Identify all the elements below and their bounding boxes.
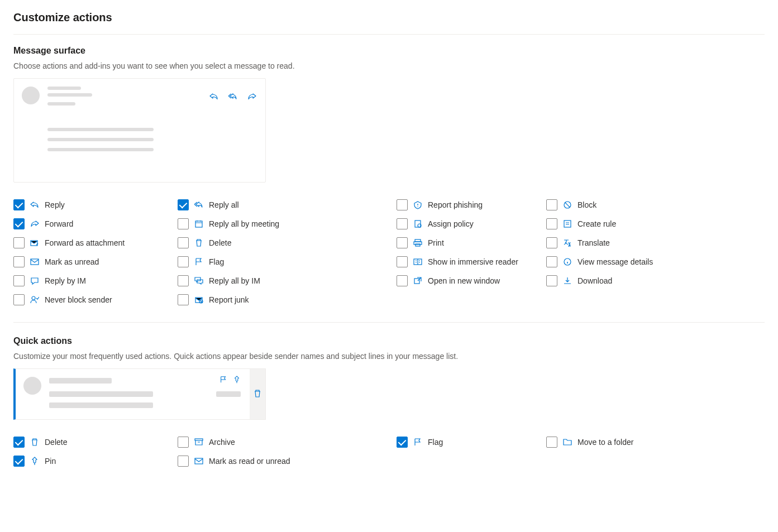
option-label: Block <box>577 200 596 209</box>
checkbox-never-block[interactable] <box>13 294 25 305</box>
placeholder-line <box>47 93 92 97</box>
checkbox-qa-move[interactable] <box>546 437 557 448</box>
placeholder-time <box>216 391 241 397</box>
checkbox-report-phishing[interactable] <box>397 199 408 210</box>
option-report-phishing[interactable]: Report phishing <box>397 199 546 210</box>
option-never-block[interactable]: Never block sender <box>13 294 178 305</box>
option-mark-unread[interactable]: Mark as unread <box>13 256 178 267</box>
option-qa-archive[interactable]: Archive <box>178 437 397 448</box>
checkbox-create-rule[interactable] <box>546 218 557 229</box>
option-label: Translate <box>577 238 610 247</box>
checkbox-open-window[interactable] <box>397 275 408 286</box>
checkbox-assign-policy[interactable] <box>397 218 408 229</box>
checkbox-view-details[interactable] <box>546 256 557 267</box>
delete-hover-strip <box>250 369 265 419</box>
reply-all-icon <box>194 200 203 209</box>
option-label: Delete <box>209 238 231 247</box>
attach-mail-icon <box>30 238 39 247</box>
option-label: Report phishing <box>428 200 483 209</box>
checkbox-translate[interactable] <box>546 237 557 248</box>
placeholder-line <box>49 378 112 384</box>
option-qa-read[interactable]: Mark as read or unread <box>178 456 397 467</box>
option-qa-pin[interactable]: Pin <box>13 456 178 467</box>
option-label: Pin <box>45 457 56 466</box>
option-translate[interactable]: Translate <box>546 237 765 248</box>
option-label: Never block sender <box>45 295 112 304</box>
checkbox-delete[interactable] <box>178 237 189 248</box>
option-label: Reply all by meeting <box>209 219 279 228</box>
option-label: Report junk <box>209 295 249 304</box>
option-label: Reply <box>45 200 65 209</box>
checkbox-forward-attachment[interactable] <box>13 237 25 248</box>
option-block[interactable]: Block <box>546 199 765 210</box>
option-reply-all-meeting[interactable]: Reply all by meeting <box>178 218 397 229</box>
pin-icon <box>233 376 241 385</box>
checkbox-reply-all-meeting[interactable] <box>178 218 189 229</box>
allow-icon <box>30 295 39 304</box>
reply-icon <box>30 200 39 209</box>
option-label: Mark as unread <box>45 257 99 266</box>
forward-icon <box>30 219 39 228</box>
pin-icon <box>30 457 39 466</box>
trash-icon <box>194 238 203 247</box>
checkbox-qa-read[interactable] <box>178 456 189 467</box>
option-reply-all-im[interactable]: Reply all by IM <box>178 275 397 286</box>
checkbox-mark-unread[interactable] <box>13 256 25 267</box>
option-flag[interactable]: Flag <box>178 256 397 267</box>
checkbox-print[interactable] <box>397 237 408 248</box>
im-all-icon <box>194 276 203 285</box>
section-desc-message-surface: Choose actions and add-ins you want to s… <box>13 61 765 70</box>
checkbox-reply-all[interactable] <box>178 199 189 210</box>
mail-icon <box>194 457 203 466</box>
option-immersive[interactable]: Show in immersive reader <box>397 256 546 267</box>
option-qa-delete[interactable]: Delete <box>13 437 178 448</box>
reader-icon <box>413 257 422 266</box>
option-label: Create rule <box>577 219 616 228</box>
calendar-icon <box>194 219 203 228</box>
checkbox-download[interactable] <box>546 275 557 286</box>
option-print[interactable]: Print <box>397 237 546 248</box>
option-reply-all[interactable]: Reply all <box>178 199 397 210</box>
option-label: Open in new window <box>428 276 500 285</box>
option-forward-attachment[interactable]: Forward as attachment <box>13 237 178 248</box>
checkbox-reply[interactable] <box>13 199 25 210</box>
divider <box>13 34 765 35</box>
placeholder-line <box>47 102 75 106</box>
checkbox-qa-archive[interactable] <box>178 437 189 448</box>
option-report-junk[interactable]: Report junk <box>178 294 397 305</box>
checkbox-block[interactable] <box>546 199 557 210</box>
trash-icon <box>30 438 39 447</box>
checkbox-qa-flag[interactable] <box>397 437 408 448</box>
option-assign-policy[interactable]: Assign policy <box>397 218 546 229</box>
option-label: View message details <box>577 257 653 266</box>
junk-icon <box>194 295 203 304</box>
option-qa-flag[interactable]: Flag <box>397 437 546 448</box>
forward-icon <box>247 92 256 103</box>
option-qa-move[interactable]: Move to a folder <box>546 437 765 448</box>
checkbox-reply-all-im[interactable] <box>178 275 189 286</box>
checkbox-forward[interactable] <box>13 218 25 229</box>
message-preview-card <box>13 78 266 183</box>
option-reply-im[interactable]: Reply by IM <box>13 275 178 286</box>
option-delete[interactable]: Delete <box>178 237 397 248</box>
checkbox-reply-im[interactable] <box>13 275 25 286</box>
page-title: Customize actions <box>13 11 765 24</box>
option-label: Forward as attachment <box>45 238 125 247</box>
option-view-details[interactable]: View message details <box>546 256 765 267</box>
checkbox-qa-pin[interactable] <box>13 456 25 467</box>
print-icon <box>413 238 422 247</box>
option-create-rule[interactable]: Create rule <box>546 218 765 229</box>
trash-icon <box>253 389 262 400</box>
checkbox-flag[interactable] <box>178 256 189 267</box>
placeholder-line <box>49 391 153 397</box>
checkbox-report-junk[interactable] <box>178 294 189 305</box>
option-reply[interactable]: Reply <box>13 199 178 210</box>
checkbox-immersive[interactable] <box>397 256 408 267</box>
option-label: Forward <box>45 219 73 228</box>
checkbox-qa-delete[interactable] <box>13 437 25 448</box>
option-open-window[interactable]: Open in new window <box>397 275 546 286</box>
option-download[interactable]: Download <box>546 275 765 286</box>
option-forward[interactable]: Forward <box>13 218 178 229</box>
im-icon <box>30 276 39 285</box>
quick-actions-options: DeleteArchiveFlagMove to a folderPinMark… <box>13 437 765 467</box>
